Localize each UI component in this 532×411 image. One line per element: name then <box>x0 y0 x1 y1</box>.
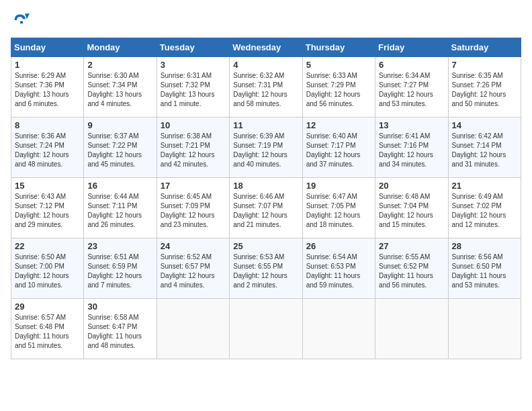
day-number: 21 <box>452 181 517 191</box>
day-number: 2 <box>87 60 152 70</box>
day-info: Sunrise: 6:51 AM Sunset: 6:59 PM Dayligh… <box>87 253 152 290</box>
day-number: 19 <box>306 181 371 191</box>
day-number: 24 <box>161 241 226 251</box>
calendar-cell: 21Sunrise: 6:49 AM Sunset: 7:02 PM Dayli… <box>448 178 521 238</box>
day-info: Sunrise: 6:34 AM Sunset: 7:27 PM Dayligh… <box>379 71 444 109</box>
day-info: Sunrise: 6:48 AM Sunset: 7:04 PM Dayligh… <box>379 192 444 230</box>
calendar-cell: 25Sunrise: 6:53 AM Sunset: 6:55 PM Dayli… <box>230 238 302 299</box>
calendar-cell: 27Sunrise: 6:55 AM Sunset: 6:52 PM Dayli… <box>375 238 448 299</box>
weekday-header-monday: Monday <box>84 38 157 57</box>
day-info: Sunrise: 6:39 AM Sunset: 7:19 PM Dayligh… <box>233 132 298 169</box>
calendar-cell: 6Sunrise: 6:34 AM Sunset: 7:27 PM Daylig… <box>375 57 448 118</box>
calendar-cell: 19Sunrise: 6:47 AM Sunset: 7:05 PM Dayli… <box>302 178 375 238</box>
calendar-cell <box>448 299 521 359</box>
day-info: Sunrise: 6:54 AM Sunset: 6:53 PM Dayligh… <box>306 253 371 290</box>
calendar-cell: 28Sunrise: 6:56 AM Sunset: 6:50 PM Dayli… <box>448 238 521 299</box>
weekday-header-tuesday: Tuesday <box>157 38 229 57</box>
day-info: Sunrise: 6:31 AM Sunset: 7:32 PM Dayligh… <box>161 71 226 109</box>
day-info: Sunrise: 6:43 AM Sunset: 7:12 PM Dayligh… <box>15 192 80 230</box>
day-number: 16 <box>87 181 152 191</box>
day-number: 27 <box>379 241 444 251</box>
day-number: 8 <box>15 120 80 130</box>
day-info: Sunrise: 6:40 AM Sunset: 7:17 PM Dayligh… <box>306 132 371 169</box>
day-number: 6 <box>379 60 444 70</box>
day-info: Sunrise: 6:35 AM Sunset: 7:26 PM Dayligh… <box>452 71 517 109</box>
calendar-cell <box>302 299 375 359</box>
calendar-cell: 22Sunrise: 6:50 AM Sunset: 7:00 PM Dayli… <box>11 238 84 299</box>
calendar-week-row: 8Sunrise: 6:36 AM Sunset: 7:24 PM Daylig… <box>11 118 521 178</box>
day-number: 4 <box>233 60 298 70</box>
calendar-cell: 24Sunrise: 6:52 AM Sunset: 6:57 PM Dayli… <box>157 238 229 299</box>
page-header <box>11 11 521 30</box>
logo <box>11 11 32 30</box>
day-info: Sunrise: 6:47 AM Sunset: 7:05 PM Dayligh… <box>306 192 371 230</box>
day-info: Sunrise: 6:38 AM Sunset: 7:21 PM Dayligh… <box>161 132 226 169</box>
calendar-week-row: 22Sunrise: 6:50 AM Sunset: 7:00 PM Dayli… <box>11 238 521 299</box>
calendar-header: SundayMondayTuesdayWednesdayThursdayFrid… <box>11 38 521 57</box>
calendar-cell <box>375 299 448 359</box>
day-info: Sunrise: 6:55 AM Sunset: 6:52 PM Dayligh… <box>379 253 444 290</box>
day-number: 22 <box>15 241 80 251</box>
day-number: 28 <box>452 241 517 251</box>
day-number: 12 <box>306 120 371 130</box>
calendar-cell: 15Sunrise: 6:43 AM Sunset: 7:12 PM Dayli… <box>11 178 84 238</box>
day-info: Sunrise: 6:29 AM Sunset: 7:36 PM Dayligh… <box>15 71 80 109</box>
day-info: Sunrise: 6:33 AM Sunset: 7:29 PM Dayligh… <box>306 71 371 109</box>
calendar-cell: 12Sunrise: 6:40 AM Sunset: 7:17 PM Dayli… <box>302 118 375 178</box>
day-info: Sunrise: 6:44 AM Sunset: 7:11 PM Dayligh… <box>87 192 152 230</box>
day-info: Sunrise: 6:41 AM Sunset: 7:16 PM Dayligh… <box>379 132 444 169</box>
weekday-header-saturday: Saturday <box>448 38 521 57</box>
day-info: Sunrise: 6:57 AM Sunset: 6:48 PM Dayligh… <box>15 313 80 351</box>
day-number: 9 <box>87 120 152 130</box>
calendar-cell: 26Sunrise: 6:54 AM Sunset: 6:53 PM Dayli… <box>302 238 375 299</box>
day-number: 5 <box>306 60 371 70</box>
day-number: 14 <box>452 120 517 130</box>
calendar-cell: 30Sunrise: 6:58 AM Sunset: 6:47 PM Dayli… <box>84 299 157 359</box>
day-number: 18 <box>233 181 298 191</box>
day-info: Sunrise: 6:32 AM Sunset: 7:31 PM Dayligh… <box>233 71 298 109</box>
calendar-cell: 8Sunrise: 6:36 AM Sunset: 7:24 PM Daylig… <box>11 118 84 178</box>
day-info: Sunrise: 6:36 AM Sunset: 7:24 PM Dayligh… <box>15 132 80 169</box>
day-number: 11 <box>233 120 298 130</box>
day-number: 29 <box>15 302 80 312</box>
calendar-cell: 11Sunrise: 6:39 AM Sunset: 7:19 PM Dayli… <box>230 118 302 178</box>
calendar-week-row: 15Sunrise: 6:43 AM Sunset: 7:12 PM Dayli… <box>11 178 521 238</box>
calendar-cell <box>230 299 302 359</box>
day-info: Sunrise: 6:53 AM Sunset: 6:55 PM Dayligh… <box>233 253 298 290</box>
day-number: 1 <box>15 60 80 70</box>
day-number: 15 <box>15 181 80 191</box>
day-info: Sunrise: 6:58 AM Sunset: 6:47 PM Dayligh… <box>87 313 152 351</box>
calendar-cell: 7Sunrise: 6:35 AM Sunset: 7:26 PM Daylig… <box>448 57 521 118</box>
day-number: 7 <box>452 60 517 70</box>
calendar-week-row: 29Sunrise: 6:57 AM Sunset: 6:48 PM Dayli… <box>11 299 521 359</box>
day-info: Sunrise: 6:42 AM Sunset: 7:14 PM Dayligh… <box>452 132 517 169</box>
day-info: Sunrise: 6:46 AM Sunset: 7:07 PM Dayligh… <box>233 192 298 230</box>
day-info: Sunrise: 6:30 AM Sunset: 7:34 PM Dayligh… <box>87 71 152 109</box>
calendar-cell: 17Sunrise: 6:45 AM Sunset: 7:09 PM Dayli… <box>157 178 229 238</box>
weekday-header-sunday: Sunday <box>11 38 84 57</box>
day-number: 25 <box>233 241 298 251</box>
day-number: 13 <box>379 120 444 130</box>
day-info: Sunrise: 6:49 AM Sunset: 7:02 PM Dayligh… <box>452 192 517 230</box>
calendar-cell: 16Sunrise: 6:44 AM Sunset: 7:11 PM Dayli… <box>84 178 157 238</box>
weekday-header-thursday: Thursday <box>302 38 375 57</box>
day-info: Sunrise: 6:37 AM Sunset: 7:22 PM Dayligh… <box>87 132 152 169</box>
day-info: Sunrise: 6:56 AM Sunset: 6:50 PM Dayligh… <box>452 253 517 290</box>
calendar-cell: 20Sunrise: 6:48 AM Sunset: 7:04 PM Dayli… <box>375 178 448 238</box>
calendar-cell: 14Sunrise: 6:42 AM Sunset: 7:14 PM Dayli… <box>448 118 521 178</box>
day-number: 17 <box>161 181 226 191</box>
calendar-cell: 9Sunrise: 6:37 AM Sunset: 7:22 PM Daylig… <box>84 118 157 178</box>
day-number: 3 <box>161 60 226 70</box>
calendar-cell: 10Sunrise: 6:38 AM Sunset: 7:21 PM Dayli… <box>157 118 229 178</box>
calendar-week-row: 1Sunrise: 6:29 AM Sunset: 7:36 PM Daylig… <box>11 57 521 118</box>
weekday-header-wednesday: Wednesday <box>230 38 302 57</box>
calendar-cell: 23Sunrise: 6:51 AM Sunset: 6:59 PM Dayli… <box>84 238 157 299</box>
day-number: 26 <box>306 241 371 251</box>
calendar-cell: 5Sunrise: 6:33 AM Sunset: 7:29 PM Daylig… <box>302 57 375 118</box>
calendar-cell: 4Sunrise: 6:32 AM Sunset: 7:31 PM Daylig… <box>230 57 302 118</box>
weekday-header-friday: Friday <box>375 38 448 57</box>
day-number: 20 <box>379 181 444 191</box>
day-number: 30 <box>87 302 152 312</box>
day-info: Sunrise: 6:50 AM Sunset: 7:00 PM Dayligh… <box>15 253 80 290</box>
calendar-cell: 3Sunrise: 6:31 AM Sunset: 7:32 PM Daylig… <box>157 57 229 118</box>
